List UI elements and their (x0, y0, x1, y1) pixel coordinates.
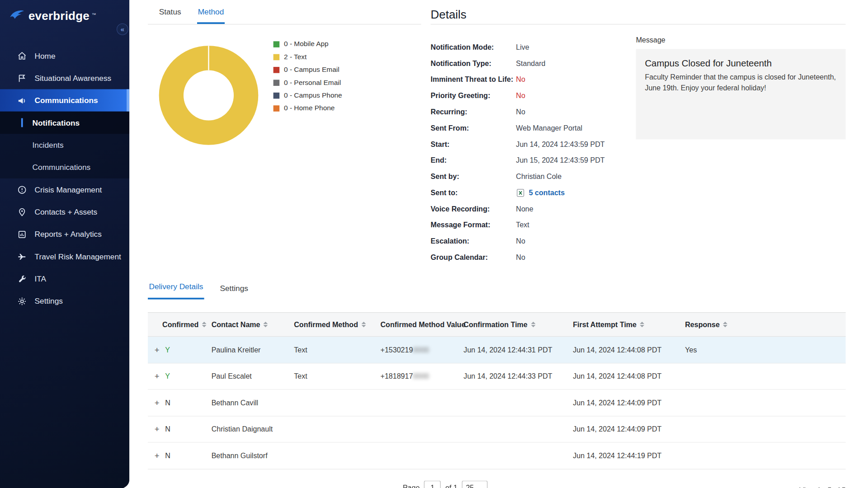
details-title: Details (431, 8, 467, 21)
sort-arrows-icon[interactable] (531, 322, 535, 327)
legend-item: 0 - Mobile App (274, 40, 342, 48)
sort-arrows-icon[interactable] (361, 322, 366, 327)
sidebar-item-label: Travel Risk Management (35, 252, 121, 261)
first-attempt-time-cell: Jun 14, 2024 12:44:08 PDT (573, 372, 685, 380)
details-field: Notification Type:Standard (431, 55, 632, 71)
sort-arrows-icon[interactable] (264, 322, 268, 327)
page-label: Page (403, 483, 420, 488)
first-attempt-time-cell: Jun 14, 2024 12:44:08 PDT (573, 346, 685, 354)
column-header-confirmed-method-value[interactable]: Confirmed Method Value (381, 320, 464, 329)
page-size-select[interactable]: 25 ⌄ (462, 481, 488, 488)
sidebar-item-home[interactable]: Home (0, 45, 129, 67)
legend-item: 0 - Personal Email (274, 79, 342, 86)
sidebar-item-notifications[interactable]: Notifications (0, 112, 129, 134)
contact-name-cell: Paul Escalet (212, 372, 294, 380)
legend-swatch (274, 92, 280, 99)
legend-item: 2 - Text (274, 53, 342, 61)
details-field: Sent by:Christian Cole (431, 169, 632, 185)
details-field-label: Group Calendar: (431, 249, 516, 266)
table-row[interactable]: +YPaul EscaletText+18189170000Jun 14, 20… (148, 363, 846, 390)
sidebar-item-contacts-assets[interactable]: Contacts + Assets (0, 201, 129, 223)
details-field-label: Sent to: (431, 184, 516, 201)
column-header-response[interactable]: Response (685, 320, 845, 329)
sort-arrows-icon[interactable] (640, 322, 644, 327)
sort-arrows-icon[interactable] (202, 322, 207, 327)
sidebar-item-ita[interactable]: ITA (0, 267, 129, 290)
details-field-label: Start: (431, 136, 516, 152)
legend-swatch (274, 54, 280, 60)
expand-row-icon[interactable]: + (155, 371, 160, 381)
sidebar-item-label: Crisis Management (35, 185, 102, 194)
info-circle-icon (17, 184, 27, 194)
response-cell: Yes (685, 346, 845, 354)
details-field-value: Christian Cole (516, 169, 561, 185)
expand-row-icon[interactable]: + (155, 398, 160, 408)
sidebar-item-communications[interactable]: Communications (0, 89, 129, 111)
everbridge-bird-icon (9, 9, 25, 23)
page-input[interactable] (424, 481, 441, 488)
sidebar-item-crisis-management[interactable]: Crisis Management (0, 178, 129, 201)
tab-delivery-details[interactable]: Delivery Details (148, 277, 204, 299)
column-header-first-attempt-time[interactable]: First Attempt Time (573, 320, 685, 329)
tab-status[interactable]: Status (158, 7, 182, 24)
details-fields: Notification Mode:LiveNotification Type:… (431, 39, 632, 265)
column-header-confirmed[interactable]: Confirmed (148, 320, 212, 329)
sidebar-item-communications[interactable]: Communications (0, 156, 129, 178)
sidebar-item-travel-risk-management[interactable]: Travel Risk Management (0, 245, 129, 267)
contact-name-cell: Bethann Cavill (212, 399, 294, 407)
message-title: Campus Closed for Juneteenth (645, 58, 836, 68)
bar-chart-icon (17, 229, 27, 239)
contact-name-cell: Paulina Kreitler (212, 346, 294, 354)
details-field-value: Jun 14, 2024 12:43:59 PDT (516, 136, 604, 152)
column-header-contact-name[interactable]: Contact Name (212, 320, 294, 329)
column-header-label: Response (685, 320, 720, 329)
column-header-label: Confirmation Time (463, 320, 527, 329)
expand-row-icon[interactable]: + (155, 345, 160, 354)
expand-row-icon[interactable]: + (155, 451, 160, 460)
details-divider (431, 24, 846, 24)
delivery-tabs: Delivery DetailsSettings (148, 277, 249, 299)
contact-name-cell: Bethann Guilstorf (212, 451, 294, 460)
sort-arrows-icon[interactable] (723, 322, 727, 327)
details-field: End:Jun 15, 2024 12:43:59 PDT (431, 152, 632, 169)
tab-method[interactable]: Method (197, 7, 225, 24)
sidebar-item-settings[interactable]: Settings (0, 290, 129, 312)
sidebar-collapse-button[interactable]: « (117, 23, 128, 35)
sidebar-item-situational-awareness[interactable]: Situational Awareness (0, 67, 129, 89)
legend-item: 0 - Home Phone (274, 104, 342, 112)
sidebar-submenu: NotificationsIncidentsCommunications (0, 112, 129, 178)
table-row[interactable]: +NBethann CavillJun 14, 2024 12:44:09 PD… (148, 389, 846, 416)
column-header-confirmed-method[interactable]: Confirmed Method (294, 320, 380, 329)
column-header-label: First Attempt Time (573, 320, 637, 329)
details-field-value: Live (516, 39, 529, 55)
method-donut-chart (159, 46, 259, 145)
tab-settings[interactable]: Settings (219, 279, 249, 299)
legend-swatch (274, 80, 280, 86)
table-row[interactable]: +NChristian DaignaultJun 14, 2024 12:44:… (148, 416, 846, 443)
column-header-label: Confirmed (162, 320, 198, 329)
sidebar-item-label: Reports + Analytics (35, 230, 102, 239)
details-field: Message Format:Text (431, 217, 632, 233)
details-field-value: Standard (516, 55, 545, 71)
table-row[interactable]: +NBethann GuilstorfJun 14, 2024 12:44:19… (148, 443, 846, 469)
confirmed-flag: N (165, 451, 170, 460)
details-field-value: Web Manager Portal (516, 120, 582, 136)
details-field: Escalation:No (431, 233, 632, 249)
details-field-label: Sent by: (431, 169, 516, 185)
map-pin-icon (17, 207, 27, 217)
details-field-value: No (516, 249, 525, 266)
sidebar-item-reports-analytics[interactable]: Reports + Analytics (0, 223, 129, 245)
column-header-confirmation-time[interactable]: Confirmation Time (463, 320, 573, 329)
legend-swatch (274, 66, 280, 73)
sidebar-item-label: Notifications (33, 118, 80, 127)
details-field: Sent From:Web Manager Portal (431, 120, 632, 136)
sidebar-item-incidents[interactable]: Incidents (0, 134, 129, 156)
confirmation-time-cell: Jun 14, 2024 12:44:33 PDT (463, 372, 573, 380)
expand-row-icon[interactable]: + (155, 424, 160, 434)
details-field: Start:Jun 14, 2024 12:43:59 PDT (431, 136, 632, 152)
details-field-label: Sent From: (431, 120, 516, 136)
sent-to-contacts-link[interactable]: 5 contacts (529, 184, 565, 201)
details-field: Recurring:No (431, 104, 632, 120)
table-row[interactable]: +YPaulina KreitlerText+15302190000Jun 14… (148, 337, 846, 363)
flag-icon (17, 73, 27, 83)
